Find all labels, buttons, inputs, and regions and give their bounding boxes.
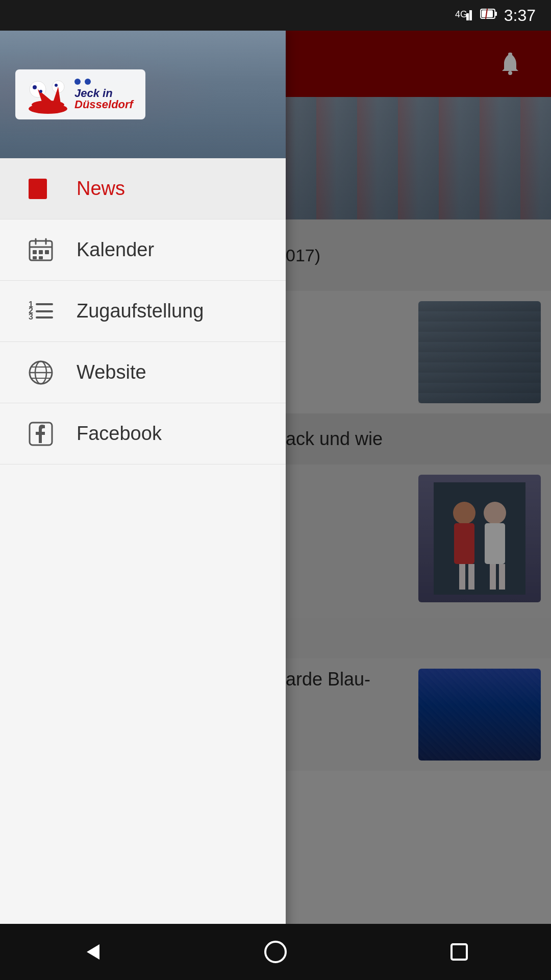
svg-rect-29: [41, 182, 45, 183]
drawer-header: Jeck in Düsseldorf: [0, 31, 286, 158]
drawer-overlay: Jeck in Düsseldorf: [0, 31, 551, 980]
svg-rect-30: [41, 185, 45, 186]
svg-rect-1: [466, 13, 469, 20]
svg-text:3: 3: [29, 312, 33, 321]
sidebar-item-kalender-label: Kalender: [77, 239, 154, 261]
home-button[interactable]: [255, 932, 296, 972]
svg-point-23: [32, 101, 64, 109]
svg-rect-28: [32, 182, 39, 188]
svg-point-25: [39, 90, 42, 93]
list-icon: 1 2 3: [26, 296, 56, 327]
status-icons: 4G 3:37: [455, 6, 536, 25]
svg-rect-57: [452, 944, 467, 960]
svg-rect-33: [32, 196, 41, 198]
svg-rect-38: [33, 250, 37, 254]
svg-rect-41: [33, 256, 37, 259]
signal-icon: 4G: [455, 6, 473, 25]
svg-text:4G: 4G: [455, 9, 467, 19]
sidebar-item-website[interactable]: Website: [0, 342, 286, 403]
dot-2: [85, 79, 91, 85]
sidebar-item-facebook[interactable]: Facebook: [0, 403, 286, 464]
logo-brand-text: Jeck in Düsseldorf: [74, 88, 133, 110]
sidebar-item-zugaufstellung-label: Zugaufstellung: [77, 300, 204, 322]
globe-icon: [26, 357, 56, 388]
svg-rect-42: [39, 256, 43, 259]
svg-rect-2: [469, 10, 472, 20]
logo-hat-icon: [28, 79, 68, 110]
calendar-icon: [26, 235, 56, 265]
battery-icon: [480, 6, 498, 25]
svg-marker-55: [87, 944, 99, 960]
sidebar-item-kalender[interactable]: Kalender: [0, 219, 286, 281]
app-logo: Jeck in Düsseldorf: [15, 69, 145, 119]
svg-rect-4: [495, 12, 497, 16]
sidebar-item-news-label: News: [77, 178, 125, 200]
recent-apps-button[interactable]: [439, 932, 480, 972]
svg-rect-39: [39, 250, 43, 254]
back-button[interactable]: [71, 932, 112, 972]
svg-rect-31: [32, 190, 45, 191]
sidebar-item-zugaufstellung[interactable]: 1 2 3 Zugaufstellung: [0, 281, 286, 342]
svg-rect-32: [32, 193, 45, 194]
sidebar-item-facebook-label: Facebook: [77, 423, 162, 445]
sidebar-item-website-label: Website: [77, 361, 146, 383]
svg-point-26: [55, 84, 58, 87]
logo-dots: [74, 79, 133, 85]
drawer-navigation: News Kalender: [0, 158, 286, 980]
facebook-icon: [26, 419, 56, 449]
svg-rect-40: [45, 250, 49, 254]
android-nav-bar: [0, 924, 551, 980]
svg-point-24: [33, 85, 37, 89]
news-icon: [26, 174, 56, 204]
svg-point-56: [265, 942, 286, 962]
logo-text: Jeck in Düsseldorf: [74, 79, 133, 110]
drawer-dim[interactable]: [286, 31, 551, 980]
status-bar: 4G 3:37: [0, 0, 551, 31]
sidebar-item-news[interactable]: News: [0, 158, 286, 219]
navigation-drawer: Jeck in Düsseldorf: [0, 31, 286, 980]
logo-line2: Düsseldorf: [74, 98, 133, 111]
dot-1: [74, 79, 81, 85]
status-time: 3:37: [504, 6, 536, 25]
